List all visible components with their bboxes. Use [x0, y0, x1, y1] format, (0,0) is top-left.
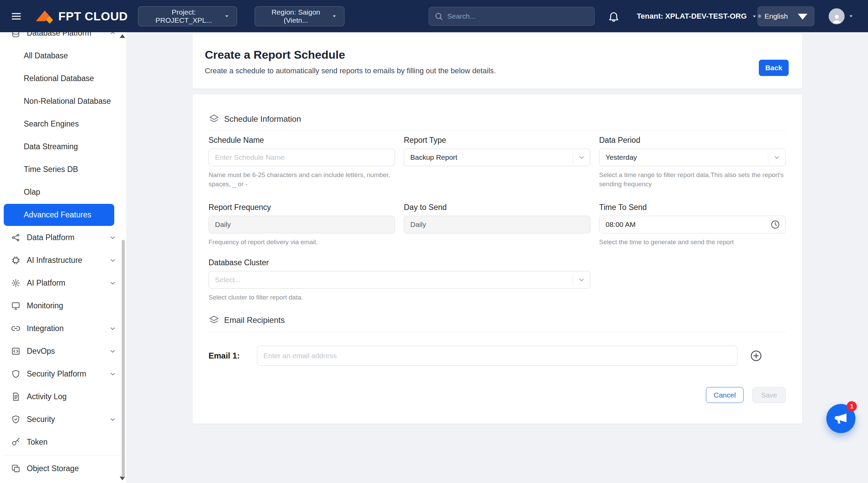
sidebar-item-token[interactable]: Token: [0, 431, 126, 453]
region-selector-label: Region: Saigon (Vietn...: [261, 8, 331, 24]
chevron-down-icon: [109, 416, 116, 423]
navbar-search: [429, 7, 595, 26]
sidebar-item-time-series-db[interactable]: Time Series DB: [0, 158, 126, 181]
tenant-selector[interactable]: Tenant: XPLAT-DEV-TEST-ORG: [637, 12, 758, 21]
sidebar-item-label: Token: [27, 438, 47, 447]
data-period-select[interactable]: Yesterday: [599, 149, 786, 166]
notifications-button[interactable]: [606, 9, 621, 24]
day-to-send-field: Day to Send: [404, 202, 590, 247]
sidebar-item-all-database[interactable]: All Database: [0, 44, 126, 67]
sidebar-item-label: Database Platform: [27, 32, 91, 38]
report-type-select[interactable]: Backup Report: [404, 149, 590, 166]
form-row-2: Report Frequency Frequency of report del…: [209, 202, 786, 247]
database-cluster-helper: Select cluster to filter report data.: [209, 293, 590, 302]
sidebar-item-activity-log[interactable]: Activity Log: [0, 385, 126, 408]
data-period-label: Data Period: [599, 135, 786, 145]
email-1-input[interactable]: [257, 346, 737, 366]
sidebar-item-label: Data Platform: [27, 233, 75, 242]
sidebar-item-data-streaming[interactable]: Data Streaming: [0, 135, 126, 158]
sidebar-item-label: Security Platform: [27, 369, 86, 379]
devops-icon: [11, 347, 20, 356]
chevron-up-icon: [109, 32, 116, 37]
sidebar-item-integration[interactable]: Integration: [0, 317, 126, 340]
day-to-send-label: Day to Send: [404, 202, 590, 212]
email-recipient-row: Email 1:: [209, 346, 786, 366]
sidebar-item-olap[interactable]: Olap: [0, 181, 126, 204]
form-row-1: Schedule Name Name must be 6-25 characte…: [209, 135, 786, 189]
save-button[interactable]: Save: [752, 387, 786, 403]
schedule-name-input[interactable]: [209, 149, 395, 166]
sidebar-item-data-platform[interactable]: Data Platform: [0, 226, 126, 249]
user-menu[interactable]: [829, 8, 855, 24]
layers-icon: [209, 114, 219, 124]
user-icon: [831, 13, 843, 24]
project-selector[interactable]: Project: PROJECT_XPL...: [138, 6, 237, 26]
sidebar-item-label: Search Engines: [24, 119, 79, 129]
section-title: Email Recipients: [224, 315, 285, 325]
chevron-down-icon: [109, 279, 116, 287]
search-input[interactable]: [447, 12, 589, 20]
language-label: English: [765, 12, 788, 20]
sidebar-scrollbar-thumb[interactable]: [122, 240, 125, 477]
sidebar-navigation: Database Platform All Database Relationa…: [0, 32, 127, 483]
sidebar-item-label: All Database: [24, 51, 68, 60]
fpt-cloud-logo: FPT CLOUD: [35, 9, 128, 24]
data-period-field: Data Period Yesterday Select a time rang…: [599, 135, 786, 189]
announcements-button[interactable]: 1: [826, 404, 855, 433]
time-to-send-input[interactable]: [599, 216, 786, 233]
cancel-button[interactable]: Cancel: [706, 387, 744, 403]
sidebar-item-security[interactable]: Security: [0, 408, 126, 431]
sidebar-item-advanced-features[interactable]: Advanced Features: [4, 204, 114, 226]
report-frequency-label: Report Frequency: [209, 202, 395, 212]
time-to-send-helper: Select the time to generate and send the…: [599, 237, 786, 247]
time-to-send-label: Time To Send: [599, 202, 786, 212]
chevron-down-icon: [223, 13, 231, 20]
fpt-logo-icon: [35, 9, 54, 24]
data-period-helper: Select a time range to filter report dat…: [599, 170, 786, 189]
sidebar-item-relational-database[interactable]: Relational Database: [0, 67, 126, 90]
back-button[interactable]: Back: [759, 60, 789, 76]
database-cluster-placeholder: Select...: [215, 276, 573, 284]
top-navbar: FPT CLOUD Project: PROJECT_XPL... Region…: [0, 0, 868, 32]
sidebar-item-label: Security: [27, 415, 55, 424]
sidebar-item-label: Integration: [27, 324, 64, 333]
sidebar-item-label: Activity Log: [27, 392, 67, 401]
schedule-name-field: Schedule Name Name must be 6-25 characte…: [209, 135, 395, 189]
language-selector[interactable]: English: [757, 6, 814, 26]
sidebar-item-label: AI Infrastructure: [27, 256, 82, 265]
region-selector[interactable]: Region: Saigon (Vietn...: [255, 6, 344, 26]
object-storage-icon: [11, 464, 20, 473]
hamburger-icon: [11, 11, 22, 22]
form-row-3: Database Cluster Select... Select cluste…: [209, 257, 786, 302]
sidebar-item-monitoring[interactable]: Monitoring: [0, 294, 126, 317]
integration-icon: [11, 324, 20, 333]
ai-platform-icon: [11, 278, 20, 288]
database-cluster-select[interactable]: Select...: [209, 271, 590, 289]
sidebar-item-label: Relational Database: [24, 74, 94, 83]
hamburger-menu-button[interactable]: [8, 8, 24, 24]
report-type-label: Report Type: [404, 135, 590, 145]
chevron-down-icon: [109, 348, 116, 355]
email-recipients-section-header: Email Recipients: [209, 314, 786, 326]
sidebar-item-ai-platform[interactable]: AI Platform: [0, 272, 126, 294]
add-email-button[interactable]: [750, 349, 763, 362]
day-to-send-input: [404, 216, 590, 233]
email-1-label: Email 1:: [209, 351, 257, 361]
sidebar-item-non-relational-database[interactable]: Non-Relational Database: [0, 90, 126, 113]
sidebar-item-ai-infrastructure[interactable]: AI Infrastructure: [0, 249, 126, 272]
clock-icon: [770, 220, 780, 230]
search-icon: [434, 12, 443, 21]
chevron-down-icon: [109, 234, 116, 241]
sidebar-item-security-platform[interactable]: Security Platform: [0, 363, 126, 385]
chevron-down-icon: [331, 13, 338, 20]
chevron-down-icon: [573, 274, 590, 285]
chevron-down-icon: [751, 13, 758, 20]
sidebar-item-search-engines[interactable]: Search Engines: [0, 113, 126, 135]
page-header-card: Create a Report Schedule Create a schedu…: [193, 33, 802, 89]
sidebar-scroll-up-arrow[interactable]: [120, 34, 125, 38]
sidebar-item-database-platform[interactable]: Database Platform: [0, 32, 126, 44]
sidebar-item-label: AI Platform: [27, 278, 65, 288]
sidebar-item-object-storage[interactable]: Object Storage: [0, 457, 126, 480]
sidebar-item-devops[interactable]: DevOps: [0, 340, 126, 363]
chevron-down-icon: [768, 152, 785, 163]
